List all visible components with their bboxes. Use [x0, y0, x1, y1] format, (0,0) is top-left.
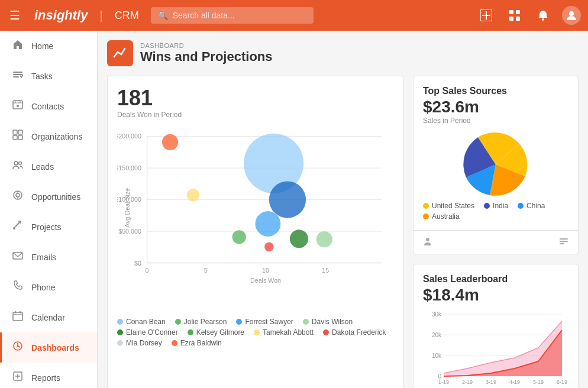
svg-line-27: [16, 221, 21, 226]
svg-text:$200,000: $200,000: [117, 132, 141, 140]
leads-icon: [11, 160, 24, 173]
svg-rect-10: [13, 74, 22, 75]
bubble-chart: $200,000 $150,000 $100,000 $50,000 $0 Av…: [117, 124, 393, 313]
sidebar-item-phone[interactable]: Phone: [0, 272, 97, 302]
contacts-icon: [11, 99, 24, 113]
sidebar-label-phone: Phone: [31, 283, 55, 292]
legend-china: China: [518, 202, 545, 210]
svg-text:30k: 30k: [432, 311, 442, 318]
organizations-icon: [11, 130, 24, 143]
legend-item-mia: Mia Dorsey: [117, 339, 162, 347]
svg-rect-31: [13, 312, 22, 321]
svg-rect-20: [18, 135, 22, 140]
sidebar: Home Tasks Contacts Organizations Leads: [0, 31, 98, 388]
legend-item-kelsey: Kelsey Gilmore: [188, 328, 244, 337]
svg-point-21: [14, 161, 18, 165]
svg-text:10: 10: [262, 267, 269, 274]
right-panel: Top Sales Sources $23.6m Sales in Period: [413, 76, 579, 388]
sidebar-item-reports[interactable]: Reports: [0, 363, 97, 388]
top-sales-title: Top Sales Sources: [423, 86, 568, 96]
sidebar-item-leads[interactable]: Leads: [0, 151, 97, 182]
svg-text:5-19: 5-19: [533, 379, 544, 385]
pie-chart-container: United States India China: [423, 132, 568, 221]
sidebar-label-contacts: Contacts: [31, 102, 64, 111]
pie-legend: United States India China: [423, 202, 568, 221]
svg-rect-1: [482, 15, 490, 16]
svg-text:5: 5: [204, 267, 208, 274]
svg-text:0: 0: [146, 267, 149, 274]
main-chart-card: 181 Deals Won in Period $200,000 $150,00…: [107, 76, 403, 388]
leaderboard-title: Sales Leaderboard: [423, 274, 568, 284]
svg-point-24: [16, 193, 20, 197]
svg-point-64: [264, 242, 274, 252]
user-avatar[interactable]: [562, 6, 581, 25]
sidebar-item-emails[interactable]: Emails: [0, 242, 97, 272]
sidebar-label-calendar: Calendar: [31, 313, 65, 322]
sidebar-label-projects: Projects: [31, 222, 62, 232]
svg-rect-17: [13, 130, 17, 134]
svg-rect-74: [560, 243, 564, 244]
chart-legend: Conan Bean Jolie Pearson Forrest Sawyer: [117, 313, 393, 352]
svg-rect-72: [560, 238, 568, 240]
app-header: ☰ insightly | CRM 🔍: [0, 0, 588, 31]
legend-item-forrest: Forrest Sawyer: [236, 318, 293, 326]
legend-item-conan: Conan Bean: [117, 318, 166, 326]
search-bar[interactable]: 🔍: [151, 7, 314, 24]
calendar-icon: [11, 311, 24, 324]
sidebar-label-reports: Reports: [31, 373, 60, 383]
svg-text:Deals Won: Deals Won: [250, 277, 281, 284]
svg-point-16: [17, 105, 19, 107]
legend-item-dakota: Dakota Frederick: [323, 328, 386, 337]
app-name: CRM: [110, 9, 144, 22]
user-footer-icon-2: [423, 237, 432, 248]
svg-text:6-19: 6-19: [557, 379, 567, 385]
svg-text:$50,000: $50,000: [118, 228, 141, 235]
svg-text:2-19: 2-19: [462, 379, 473, 385]
top-sales-amount: $23.6m: [423, 98, 568, 117]
legend-india: India: [484, 202, 508, 210]
svg-rect-73: [560, 241, 568, 242]
sidebar-item-organizations[interactable]: Organizations: [0, 121, 97, 151]
svg-rect-5: [509, 17, 513, 21]
top-sales-period: Sales in Period: [423, 117, 568, 125]
sidebar-label-organizations: Organizations: [31, 132, 82, 141]
svg-point-7: [542, 18, 544, 21]
emails-icon: [11, 250, 24, 264]
svg-point-58: [187, 189, 199, 201]
dashboard-label: DASHBOARD: [140, 42, 273, 49]
dashboard-grid: 181 Deals Won in Period $200,000 $150,00…: [107, 76, 579, 388]
sidebar-item-tasks[interactable]: Tasks: [0, 61, 97, 91]
tasks-icon: [11, 69, 24, 83]
app-body: Home Tasks Contacts Organizations Leads: [0, 31, 588, 388]
sidebar-item-projects[interactable]: Projects: [0, 212, 97, 242]
opportunities-icon: [11, 190, 24, 203]
hamburger-icon[interactable]: ☰: [7, 6, 22, 25]
dashboard-title: Wins and Projections: [140, 49, 273, 64]
logo-divider: |: [99, 9, 102, 22]
svg-point-71: [426, 238, 429, 241]
top-sales-card: Top Sales Sources $23.6m Sales in Period: [413, 76, 579, 254]
dashboard-title-group: DASHBOARD Wins and Projections: [140, 42, 273, 64]
notification-bell-icon[interactable]: [534, 6, 553, 25]
svg-point-22: [19, 162, 22, 165]
search-icon: 🔍: [158, 11, 168, 20]
sidebar-item-contacts[interactable]: Contacts: [0, 91, 97, 121]
add-button[interactable]: [477, 6, 496, 25]
svg-point-62: [290, 229, 308, 248]
search-input[interactable]: [173, 11, 307, 20]
projects-icon: [11, 220, 24, 234]
svg-text:4-19: 4-19: [509, 379, 520, 385]
phone-icon: [11, 280, 24, 294]
sidebar-item-home[interactable]: Home: [0, 31, 97, 61]
svg-text:3-19: 3-19: [486, 379, 496, 385]
dashboard-header: DASHBOARD Wins and Projections: [107, 40, 579, 66]
svg-rect-9: [13, 72, 22, 73]
main-content: DASHBOARD Wins and Projections 181 Deals…: [98, 31, 588, 388]
grid-icon[interactable]: [505, 6, 524, 25]
svg-text:10k: 10k: [432, 353, 442, 359]
sidebar-item-dashboards[interactable]: Dashboards: [0, 332, 97, 363]
header-actions: [477, 6, 581, 25]
sidebar-item-calendar[interactable]: Calendar: [0, 302, 97, 332]
sidebar-item-opportunities[interactable]: Opportunities: [0, 182, 97, 212]
svg-text:15: 15: [322, 267, 329, 274]
